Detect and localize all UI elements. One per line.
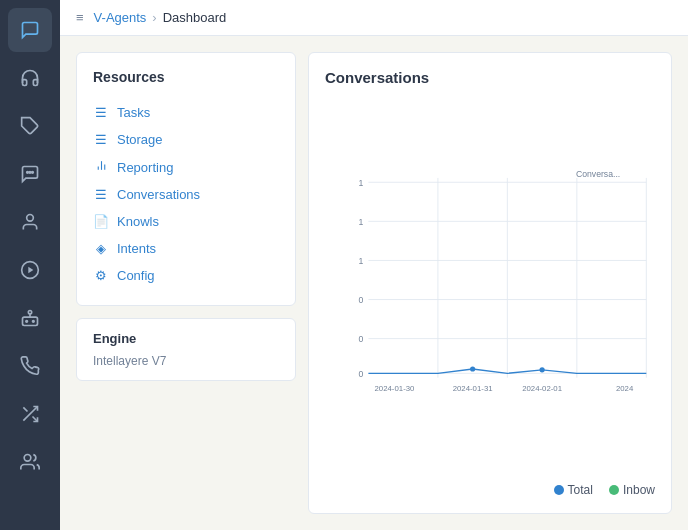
- resources-title: Resources: [93, 69, 279, 85]
- comment-dots-icon[interactable]: [8, 152, 52, 196]
- tasks-label: Tasks: [117, 105, 150, 120]
- svg-text:2024-01-30: 2024-01-30: [375, 384, 416, 393]
- engine-title: Engine: [93, 331, 279, 346]
- svg-point-8: [28, 311, 31, 314]
- chart-svg: 1 1 1 0 0 0 2024-01-30 2024-01-31 2024-0…: [325, 98, 655, 475]
- resources-panel: Resources ☰ Tasks ☰ Storage: [76, 52, 296, 514]
- play-circle-icon[interactable]: [8, 248, 52, 292]
- tag-icon[interactable]: [8, 104, 52, 148]
- hamburger-icon[interactable]: ≡: [76, 10, 84, 25]
- chart-title: Conversations: [325, 69, 655, 86]
- chart-legend: Total Inbow: [325, 483, 655, 497]
- conversations-link[interactable]: ☰ Conversations: [93, 181, 279, 208]
- svg-line-14: [23, 407, 27, 411]
- engine-card: Engine Intellayere V7: [76, 318, 296, 381]
- breadcrumb-root[interactable]: V-Agents: [94, 10, 147, 25]
- engine-version: Intellayere V7: [93, 354, 279, 368]
- svg-rect-7: [23, 317, 38, 325]
- svg-point-40: [470, 366, 475, 371]
- breadcrumb-separator: ›: [152, 10, 156, 25]
- intents-icon: ◈: [93, 241, 109, 256]
- config-link[interactable]: ⚙ Config: [93, 262, 279, 289]
- svg-point-4: [27, 215, 34, 222]
- phone-icon[interactable]: [8, 344, 52, 388]
- svg-marker-6: [28, 267, 33, 274]
- reporting-link[interactable]: Reporting: [93, 153, 279, 181]
- intents-link[interactable]: ◈ Intents: [93, 235, 279, 262]
- knowls-label: Knowls: [117, 214, 159, 229]
- tasks-link[interactable]: ☰ Tasks: [93, 99, 279, 126]
- legend-total-dot: [554, 485, 564, 495]
- chart-area: 1 1 1 0 0 0 2024-01-30 2024-01-31 2024-0…: [325, 98, 655, 475]
- chart-panel: Conversations 1 1: [308, 52, 672, 514]
- main-area: ≡ V-Agents › Dashboard Resources ☰ Tasks…: [60, 0, 688, 530]
- content-area: Resources ☰ Tasks ☰ Storage: [60, 36, 688, 530]
- reporting-icon: [93, 159, 109, 175]
- svg-text:2024-01-31: 2024-01-31: [453, 384, 493, 393]
- svg-text:1: 1: [358, 217, 363, 227]
- breadcrumb-bar: ≡ V-Agents › Dashboard: [60, 0, 688, 36]
- svg-point-2: [29, 172, 31, 174]
- legend-inbound-label: Inbow: [623, 483, 655, 497]
- svg-point-3: [32, 172, 34, 174]
- svg-point-11: [33, 321, 35, 323]
- svg-text:0: 0: [358, 334, 363, 344]
- sidebar: [0, 0, 60, 530]
- conversations-icon: ☰: [93, 187, 109, 202]
- robot-icon[interactable]: [8, 296, 52, 340]
- knowls-link[interactable]: 📄 Knowls: [93, 208, 279, 235]
- resources-card: Resources ☰ Tasks ☰ Storage: [76, 52, 296, 306]
- storage-link[interactable]: ☰ Storage: [93, 126, 279, 153]
- tasks-icon: ☰: [93, 105, 109, 120]
- config-icon: ⚙: [93, 268, 109, 283]
- shuffle-icon[interactable]: [8, 392, 52, 436]
- conversations-label: Conversations: [117, 187, 200, 202]
- chat-bubble-icon[interactable]: [8, 8, 52, 52]
- svg-text:2024-02-01: 2024-02-01: [522, 384, 562, 393]
- svg-text:0: 0: [358, 369, 363, 379]
- svg-text:2024: 2024: [616, 384, 634, 393]
- svg-text:1: 1: [358, 256, 363, 266]
- knowls-icon: 📄: [93, 214, 109, 229]
- legend-inbound-dot: [609, 485, 619, 495]
- svg-point-15: [24, 455, 31, 462]
- headset-icon[interactable]: [8, 56, 52, 100]
- svg-point-10: [26, 321, 28, 323]
- config-label: Config: [117, 268, 155, 283]
- svg-text:0: 0: [358, 295, 363, 305]
- intents-label: Intents: [117, 241, 156, 256]
- legend-total: Total: [554, 483, 593, 497]
- legend-inbound: Inbow: [609, 483, 655, 497]
- svg-text:1: 1: [358, 178, 363, 188]
- storage-icon: ☰: [93, 132, 109, 147]
- storage-label: Storage: [117, 132, 163, 147]
- svg-point-41: [540, 367, 545, 372]
- svg-point-1: [27, 172, 29, 174]
- legend-total-label: Total: [568, 483, 593, 497]
- svg-text:Conversa...: Conversa...: [576, 169, 620, 179]
- user-circle-icon[interactable]: [8, 200, 52, 244]
- breadcrumb-current: Dashboard: [163, 10, 227, 25]
- reporting-label: Reporting: [117, 160, 173, 175]
- users-icon[interactable]: [8, 440, 52, 484]
